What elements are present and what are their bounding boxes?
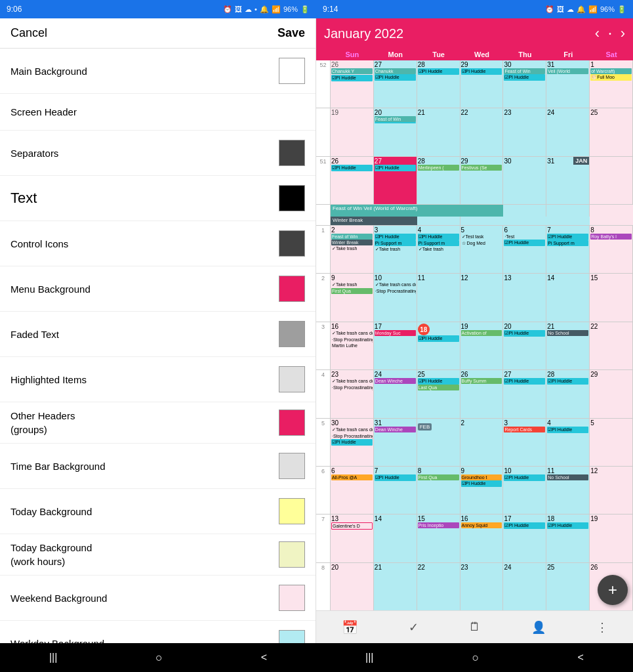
day-cell-dec29[interactable]: 29 ☑PI Huddle [460,60,504,108]
color-swatch[interactable] [279,366,305,392]
day-cell[interactable]: 30 [503,157,546,204]
day-cell[interactable]: 3 ☑PI Huddle Pi Support m ✓Take trash [374,226,417,273]
day-cell[interactable]: 16 ✓Take trash cans down ·Stop Procrasti… [331,322,374,369]
day-cell[interactable]: 18 ☑PI Huddle [546,514,590,562]
day-cell[interactable]: 23 [460,563,504,610]
color-swatch[interactable] [279,230,305,257]
home-button-left[interactable]: ○ [155,651,163,665]
day-cell[interactable]: 2 [460,419,504,466]
save-button[interactable]: Save [277,26,305,40]
day-cell[interactable]: 12 [590,467,633,514]
day-cell[interactable]: 24 [546,108,590,156]
day-cell[interactable]: 5 [590,419,633,466]
day-cell[interactable]: 27 ☑PI Huddle [503,370,546,417]
day-cell-dec30[interactable]: 30 Feast of Win ☑PI Huddle [503,60,546,108]
tab-calendar[interactable]: 📅 [342,620,358,635]
color-swatch[interactable] [279,498,305,524]
day-cell[interactable]: 30 ✓Take trash cans down ·Stop Procrasti… [331,419,374,466]
tab-note[interactable]: 🗒 [469,620,481,634]
day-cell[interactable]: 5 ✓Test task ☆ Dog Med [460,226,504,273]
day-cell[interactable]: 19 [590,514,633,562]
list-item[interactable]: Menu Background [0,266,316,312]
list-item[interactable]: Today Background [0,489,316,534]
next-month-button[interactable]: › [621,25,625,42]
day-cell[interactable]: 23 [503,108,546,156]
day-cell[interactable]: 19 [331,108,374,156]
day-cell-dec28[interactable]: 28 ☑PI Huddle [417,60,460,108]
list-item[interactable]: Screen Header [0,94,316,131]
day-cell[interactable]: 4 ☑PI Huddle [546,419,590,466]
back-button-right[interactable]: < [578,652,584,663]
day-cell[interactable]: 23 ✓Take trash cans down ·Stop Procrasti… [331,370,374,417]
list-item[interactable]: Workday Background [0,621,316,643]
day-cell-dec27[interactable]: 27 Chanukk ☑PI Huddle [374,60,417,108]
day-cell[interactable]: 26 Buffy Summ [460,370,504,417]
day-cell[interactable]: 10 ☑PI Huddle [503,467,546,514]
day-cell[interactable]: 31 JAN [546,157,590,204]
day-cell[interactable]: 10 ✓Take trash cans down ·Stop Procrasti… [374,274,417,321]
list-item[interactable]: Time Bar Background [0,444,316,489]
day-cell[interactable]: 12 [460,274,504,321]
color-swatch[interactable] [279,185,305,211]
day-cell[interactable]: 7 ☑PI Huddle [374,467,417,514]
day-cell[interactable]: 20 [331,563,374,610]
day-cell[interactable]: 13 Galentine's D [331,514,374,562]
recent-apps-button-left[interactable]: ||| [49,652,57,663]
day-cell[interactable]: 14 [374,514,417,562]
day-cell-jan1[interactable]: 1 of Warcraft) 🌕Full Moo [590,60,633,108]
day-cell[interactable]: FEB 1 [417,419,460,466]
home-button-right[interactable]: ○ [472,651,480,665]
prev-month-button[interactable]: ‹ [595,25,600,42]
day-cell-dec26[interactable]: 26 Chanukk Y ☑PI Huddle [331,60,374,108]
day-cell[interactable]: 20 ☑PI Huddle [503,322,546,369]
color-swatch[interactable] [279,410,305,436]
day-cell[interactable]: 15 [590,274,633,321]
day-cell[interactable]: 21 [374,563,417,610]
list-item[interactable]: Separators [0,131,316,176]
color-swatch[interactable] [279,140,305,166]
tab-person[interactable]: 👤 [531,620,546,635]
color-swatch[interactable] [279,541,305,568]
day-cell[interactable]: 22 [590,322,633,369]
day-cell[interactable]: 17 Monday Suc [374,322,417,369]
day-cell[interactable]: 25 ☑PI Huddle Last Qua [417,370,460,417]
day-cell[interactable]: 29 Festivus (Se [460,157,504,204]
day-cell[interactable]: 24 Dean Winche [374,370,417,417]
day-cell[interactable]: 20 Feast of Win [374,108,417,156]
day-cell[interactable]: 4 ☑PI Huddle Pi Support m ✓Take trash [417,226,460,273]
list-item[interactable]: Weekend Background [0,576,316,621]
day-cell[interactable]: 26 ☑PI Huddle [331,157,374,204]
back-button-left[interactable]: < [261,652,267,663]
color-swatch[interactable] [279,276,305,302]
tab-more[interactable]: ⋮ [596,620,608,635]
day-cell[interactable]: 6 ·Test ☑PI Huddle [503,226,546,273]
day-cell[interactable]: 8 First Qua [417,467,460,514]
day-cell[interactable]: 15 Pris Inceptio [417,514,460,562]
list-item[interactable]: Other Headers(groups) [0,402,316,444]
list-item[interactable]: Faded Text [0,312,316,357]
day-cell[interactable]: 3 Report Cards [503,419,546,466]
color-swatch[interactable] [279,630,305,643]
cancel-button[interactable]: Cancel [10,26,47,40]
day-cell[interactable]: 22 [460,108,504,156]
list-item[interactable]: Highlighted Items [0,357,316,402]
color-swatch[interactable] [279,585,305,611]
list-item[interactable]: Control Icons [0,221,316,266]
day-cell[interactable]: 7 ☑PI Huddle Pi Support m [546,226,590,273]
day-cell[interactable]: 17 ☑PI Huddle [503,514,546,562]
day-cell[interactable]: 29 [590,370,633,417]
day-cell[interactable]: 21 No School [546,322,590,369]
color-swatch[interactable] [279,58,305,84]
day-cell[interactable]: 25 [590,108,633,156]
fab-button[interactable]: + [598,575,628,605]
day-cell-dec31[interactable]: 31 Veil (World [546,60,590,108]
list-item[interactable]: Today Background(work hours) [0,534,316,576]
day-cell[interactable]: 2 Feast of Win Winter Break ✓Take trash [331,226,374,273]
day-cell[interactable]: 22 [417,563,460,610]
day-cell[interactable]: 13 [503,274,546,321]
day-cell[interactable]: 18 ☑PI Huddle [417,322,460,369]
list-item[interactable]: Main Background [0,49,316,94]
day-cell[interactable]: 11 No School [546,467,590,514]
color-swatch[interactable] [279,321,305,347]
day-cell[interactable]: 9 Groundhoo t ☑PI Huddle [460,467,504,514]
